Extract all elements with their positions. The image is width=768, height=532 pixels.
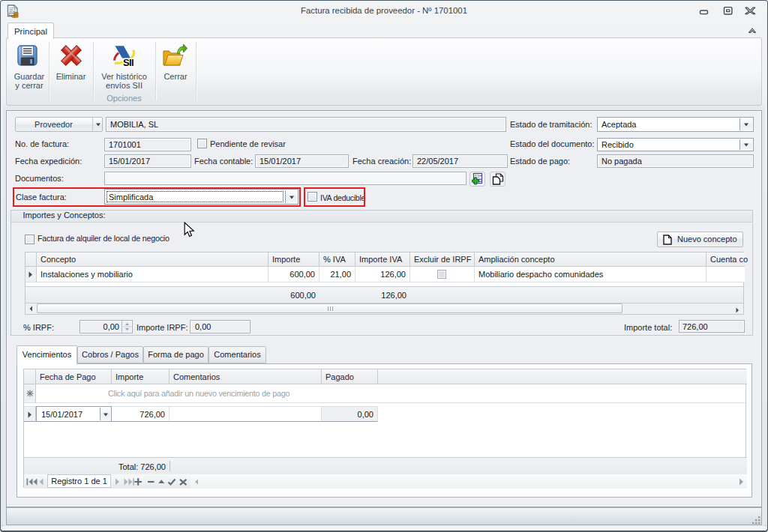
svg-text:SII: SII [123, 57, 134, 68]
